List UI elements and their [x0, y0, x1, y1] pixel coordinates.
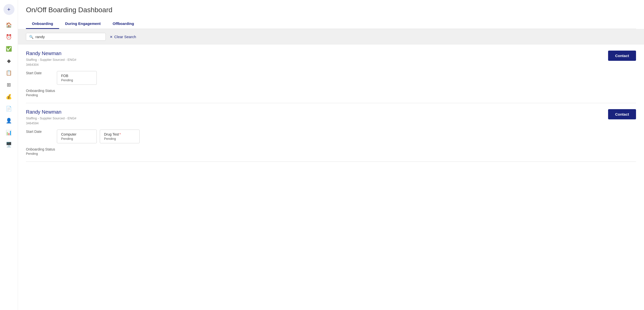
- card-left: Randy Newman Staffing - Supplier Sourced…: [26, 109, 600, 155]
- tab-offboarding[interactable]: Offboarding: [107, 19, 140, 29]
- start-date-label: Start Date: [26, 71, 51, 75]
- task-box: Drug Test* Pending: [100, 130, 140, 143]
- card-body: Start Date Computer Pending Drug Test* P…: [26, 130, 600, 143]
- onboarding-status-value: Pending: [26, 152, 600, 155]
- sidebar-item-clock-dollar[interactable]: ⏰: [4, 32, 14, 42]
- onboarding-status-section: Onboarding Status Pending: [26, 147, 600, 155]
- tab-during-engagement[interactable]: During Engagement: [59, 19, 107, 29]
- onboarding-status-label: Onboarding Status: [26, 89, 600, 93]
- sidebar-item-grid[interactable]: ⊞: [4, 80, 14, 90]
- search-input[interactable]: [36, 35, 102, 39]
- card-top: Randy Newman Staffing - Supplier Sourced…: [26, 51, 636, 97]
- search-icon: 🔍: [29, 35, 34, 39]
- tabs-nav: Onboarding During Engagement Offboarding: [26, 19, 636, 29]
- sidebar-item-document[interactable]: 📄: [4, 104, 14, 114]
- tab-onboarding[interactable]: Onboarding: [26, 19, 59, 29]
- sidebar: + 🏠 ⏰ ✅ ◆ 📋 ⊞ 💰 📄 👤 📊 🖥️: [0, 0, 18, 310]
- onboarding-status-value: Pending: [26, 93, 600, 97]
- page-title: On/Off Boarding Dashboard: [26, 6, 636, 14]
- task-box: FOB Pending: [57, 71, 97, 85]
- worker-name: Randy Newman: [26, 109, 600, 115]
- contact-button[interactable]: Contact: [608, 51, 636, 61]
- start-date-label: Start Date: [26, 130, 51, 134]
- clear-x-icon: ✕: [110, 35, 113, 39]
- sidebar-item-diamond[interactable]: ◆: [4, 56, 14, 66]
- task-box: Computer Pending: [57, 130, 97, 143]
- task-name: Computer: [61, 132, 92, 136]
- content-area: Randy Newman Staffing - Supplier Sourced…: [18, 45, 644, 310]
- sidebar-item-monitor[interactable]: 🖥️: [4, 140, 14, 150]
- task-status: Pending: [61, 78, 92, 82]
- card-left: Randy Newman Staffing - Supplier Sourced…: [26, 51, 600, 97]
- sidebar-item-list[interactable]: 📋: [4, 68, 14, 78]
- task-name: FOB: [61, 74, 92, 78]
- worker-name: Randy Newman: [26, 51, 600, 56]
- sidebar-item-home[interactable]: 🏠: [4, 20, 14, 30]
- clear-search-button[interactable]: ✕ Clear Search: [110, 35, 136, 39]
- sidebar-item-person[interactable]: 👤: [4, 116, 14, 126]
- onboarding-status-section: Onboarding Status Pending: [26, 89, 600, 97]
- card-body: Start Date FOB Pending: [26, 71, 600, 85]
- tasks-row: FOB Pending: [57, 71, 97, 85]
- contact-button[interactable]: Contact: [608, 109, 636, 119]
- search-bar: 🔍 ✕ Clear Search: [18, 29, 644, 45]
- main-content: On/Off Boarding Dashboard Onboarding Dur…: [18, 0, 644, 310]
- worker-meta: Staffing - Supplier Sourced - ENG#346430…: [26, 57, 600, 67]
- sidebar-item-dollar[interactable]: 💰: [4, 92, 14, 102]
- sidebar-item-check[interactable]: ✅: [4, 44, 14, 54]
- card-top: Randy Newman Staffing - Supplier Sourced…: [26, 109, 636, 155]
- task-name: Drug Test*: [104, 132, 136, 136]
- header: On/Off Boarding Dashboard Onboarding Dur…: [18, 0, 644, 29]
- clear-search-label: Clear Search: [114, 35, 136, 39]
- add-button[interactable]: +: [4, 4, 14, 15]
- worker-card: Randy Newman Staffing - Supplier Sourced…: [26, 45, 636, 103]
- task-status: Pending: [104, 137, 136, 141]
- worker-meta: Staffing - Supplier Sourced - ENG#346459…: [26, 116, 600, 126]
- onboarding-status-label: Onboarding Status: [26, 147, 600, 151]
- search-wrapper: 🔍: [26, 33, 106, 41]
- sidebar-item-doc-chart[interactable]: 📊: [4, 128, 14, 138]
- worker-card: Randy Newman Staffing - Supplier Sourced…: [26, 103, 636, 162]
- task-status: Pending: [61, 137, 92, 141]
- tasks-row: Computer Pending Drug Test* Pending: [57, 130, 140, 143]
